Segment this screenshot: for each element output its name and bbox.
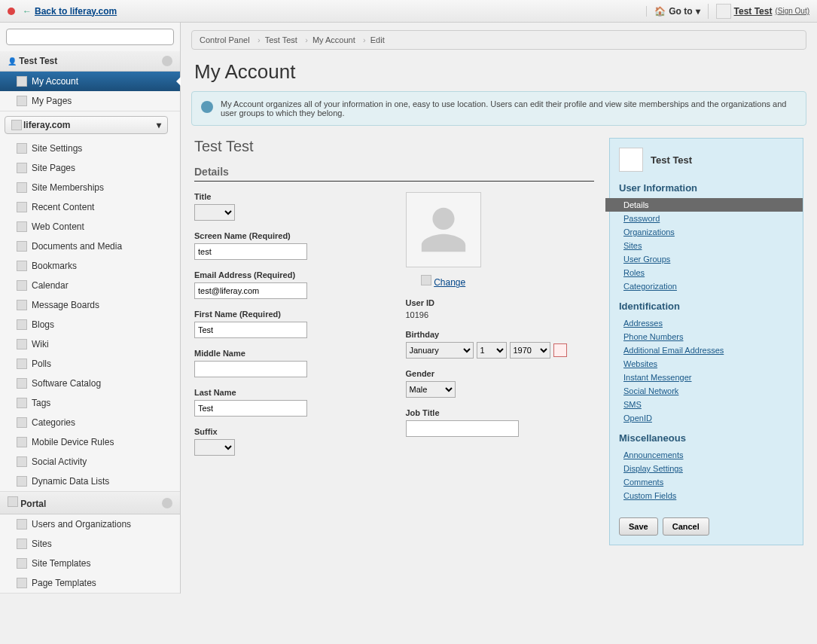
sidebar-portal-header[interactable]: Portal	[0, 492, 180, 514]
panel-link-user-groups[interactable]: User Groups	[619, 252, 794, 266]
panel-link-roles[interactable]: Roles	[619, 266, 794, 279]
title-label: Title	[194, 192, 383, 201]
sidebar-item-recent-content[interactable]: Recent Content	[0, 197, 180, 217]
item-icon	[17, 359, 27, 369]
panel-user-name: Test Test	[651, 154, 692, 166]
pages-icon	[17, 96, 27, 106]
suffix-label: Suffix	[194, 427, 383, 436]
sidebar-item-site-templates[interactable]: Site Templates	[0, 554, 180, 573]
site-dropdown[interactable]: liferay.com ▾	[5, 116, 168, 134]
birthday-day-select[interactable]: 1	[477, 342, 507, 359]
sidebar-item-message-boards[interactable]: Message Boards	[0, 295, 180, 315]
breadcrumb-item[interactable]: Control Panel	[200, 35, 250, 44]
item-icon	[17, 339, 27, 349]
panel-link-display-settings[interactable]: Display Settings	[619, 462, 794, 475]
last-name-input[interactable]	[194, 400, 307, 417]
email-input[interactable]	[194, 282, 307, 299]
screen-name-input[interactable]	[194, 243, 307, 260]
site-icon	[11, 120, 22, 130]
title-select[interactable]	[194, 204, 235, 221]
panel-link-instant-messenger[interactable]: Instant Messenger	[619, 371, 794, 384]
sidebar-item-users-and-organizations[interactable]: Users and Organizations	[0, 514, 180, 534]
panel-link-password[interactable]: Password	[619, 212, 794, 225]
sidebar-item-software-catalog[interactable]: Software Catalog	[0, 374, 180, 393]
panel-link-announcements[interactable]: Announcements	[619, 448, 794, 462]
panel-link-organizations[interactable]: Organizations	[619, 225, 794, 239]
sidebar-item-mobile-device-rules[interactable]: Mobile Device Rules	[0, 432, 180, 452]
middle-name-input[interactable]	[194, 361, 307, 377]
home-icon: 🏠	[654, 6, 666, 17]
birthday-year-select[interactable]: 1970	[510, 342, 550, 359]
breadcrumb-item[interactable]: Test Test	[265, 35, 297, 44]
panel-link-sms[interactable]: SMS	[619, 398, 794, 411]
job-title-label: Job Title	[406, 408, 595, 417]
panel-link-categorization[interactable]: Categorization	[619, 279, 794, 293]
panel-link-comments[interactable]: Comments	[619, 475, 794, 489]
back-link[interactable]: Back to liferay.com	[35, 6, 117, 17]
sidebar-item-site-settings[interactable]: Site Settings	[0, 139, 180, 158]
item-icon	[17, 476, 27, 487]
sidebar-item-social-activity[interactable]: Social Activity	[0, 452, 180, 472]
sidebar-item-web-content[interactable]: Web Content	[0, 217, 180, 237]
sidebar-item-documents-and-media[interactable]: Documents and Media	[0, 237, 180, 256]
item-icon	[17, 182, 27, 193]
gender-select[interactable]: Male	[406, 381, 456, 398]
panel-link-addresses[interactable]: Addresses	[619, 316, 794, 330]
item-icon	[17, 398, 27, 408]
change-avatar-link[interactable]: Change	[434, 277, 465, 288]
sidebar-item-dynamic-data-lists[interactable]: Dynamic Data Lists	[0, 472, 180, 491]
sidebar-item-wiki[interactable]: Wiki	[0, 334, 180, 354]
email-label: Email Address (Required)	[194, 270, 383, 279]
sidebar-item-page-templates[interactable]: Page Templates	[0, 573, 180, 593]
goto-menu[interactable]: 🏠 Go to ▾	[646, 6, 707, 17]
breadcrumb: Control Panel Test Test My Account Edit	[191, 30, 806, 50]
avatar-image	[406, 192, 481, 267]
page-title: My Account	[181, 50, 817, 91]
user-link[interactable]: Test Test	[734, 6, 773, 17]
suffix-select[interactable]	[194, 439, 235, 456]
item-icon	[17, 417, 27, 428]
item-icon	[17, 143, 27, 154]
panel-section-identification: Identification	[619, 301, 794, 312]
panel-link-social-network[interactable]: Social Network	[619, 384, 794, 398]
sidebar-item-polls[interactable]: Polls	[0, 354, 180, 374]
middle-name-label: Middle Name	[194, 349, 383, 358]
calendar-icon[interactable]	[553, 343, 567, 357]
panel-section-misc: Miscellaneous	[619, 432, 794, 444]
collapse-icon	[162, 56, 172, 66]
panel-link-websites[interactable]: Websites	[619, 357, 794, 371]
sign-out-link[interactable]: (Sign Out)	[775, 7, 809, 15]
panel-link-details[interactable]: Details	[605, 198, 803, 212]
panel-link-sites[interactable]: Sites	[619, 239, 794, 252]
sidebar-item-sites[interactable]: Sites	[0, 534, 180, 554]
save-button[interactable]: Save	[619, 517, 658, 536]
search-input[interactable]	[6, 29, 174, 45]
gender-label: Gender	[406, 369, 595, 378]
job-title-input[interactable]	[406, 420, 519, 437]
panel-link-openid[interactable]: OpenID	[619, 411, 794, 425]
item-icon	[17, 241, 27, 252]
collapse-icon	[162, 498, 172, 508]
sidebar-item-tags[interactable]: Tags	[0, 393, 180, 413]
first-name-input[interactable]	[194, 322, 307, 338]
sidebar-item-calendar[interactable]: Calendar	[0, 276, 180, 295]
item-icon	[17, 539, 27, 549]
sidebar-item-my-pages[interactable]: My Pages	[0, 91, 180, 111]
panel-link-custom-fields[interactable]: Custom Fields	[619, 489, 794, 502]
user-heading: Test Test	[194, 138, 594, 155]
panel-link-additional-email-addresses[interactable]: Additional Email Addresses	[619, 343, 794, 357]
panel-link-phone-numbers[interactable]: Phone Numbers	[619, 330, 794, 343]
sidebar-item-site-memberships[interactable]: Site Memberships	[0, 178, 180, 197]
breadcrumb-item[interactable]: Edit	[370, 35, 385, 44]
birthday-month-select[interactable]: January	[406, 342, 474, 359]
cancel-button[interactable]: Cancel	[663, 517, 709, 536]
sidebar-item-bookmarks[interactable]: Bookmarks	[0, 256, 180, 276]
sidebar-item-my-account[interactable]: My Account	[0, 72, 180, 91]
item-icon	[17, 300, 27, 310]
breadcrumb-item[interactable]: My Account	[312, 35, 355, 44]
sidebar-user-header[interactable]: Test Test	[0, 51, 180, 72]
sidebar-item-categories[interactable]: Categories	[0, 413, 180, 432]
sidebar-item-site-pages[interactable]: Site Pages	[0, 158, 180, 178]
item-icon	[17, 319, 27, 330]
sidebar-item-blogs[interactable]: Blogs	[0, 315, 180, 334]
